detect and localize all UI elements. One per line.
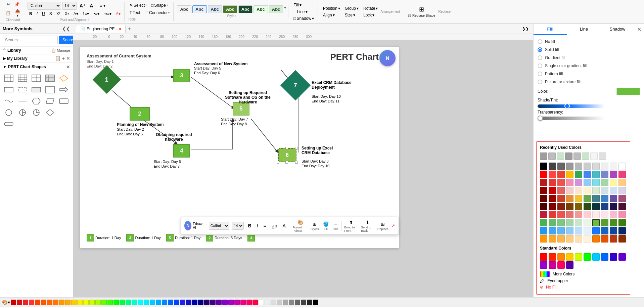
bottom-color-32[interactable] [198,300,203,305]
color-green2[interactable] [540,219,547,226]
bottom-color-medium-light-gray[interactable] [283,300,288,305]
color-light-red[interactable] [557,179,565,186]
shape-table3[interactable] [30,73,42,83]
std-color-14[interactable] [566,261,573,269]
size-btn[interactable]: Size ▾ [343,12,360,18]
bottom-color-39[interactable] [240,300,246,305]
shape-rounded-rect[interactable] [3,119,15,129]
bottom-color-22[interactable] [138,300,143,305]
float-underline-btn[interactable]: a̲b [270,222,279,229]
strikethrough-btn[interactable]: S [48,11,54,17]
shade-slider[interactable] [538,104,605,108]
text-btn[interactable]: TText [128,10,142,16]
shadow-btn[interactable]: □Shadow ▾ [292,15,316,21]
bottom-color-2[interactable] [17,300,22,305]
style-abc-3[interactable]: Abc [208,5,222,13]
color-light-rose[interactable] [601,211,608,218]
indent-btn[interactable]: ⇥≡▾ [102,11,113,17]
color-red-light2[interactable] [557,211,565,218]
std-color-4[interactable] [566,253,573,261]
color-orange3[interactable] [549,235,556,243]
bottom-color-31[interactable] [192,300,197,305]
bottom-color-23[interactable] [144,300,149,305]
color-peach[interactable] [618,179,626,186]
manage-btn[interactable]: 📋 Manage [51,48,70,53]
float-font-select[interactable]: Calibri [209,222,230,230]
align-arr-btn[interactable]: Align ▾ [321,12,342,18]
fill-option-single-gradient[interactable]: Single color gradient fill [538,63,640,68]
color-dark-red4[interactable] [549,195,556,202]
color-rose[interactable] [610,211,617,218]
color-brown2[interactable] [618,235,626,243]
node-4[interactable]: 4 [173,144,190,158]
bottom-color-34[interactable] [210,300,216,305]
color-dark-orange[interactable] [557,203,565,210]
float-italic-btn[interactable]: I [256,222,260,229]
color-dark-blue2[interactable] [601,227,608,234]
color-salmon[interactable] [557,187,565,194]
color-very-light-gray[interactable] [592,163,600,170]
color-green1[interactable] [575,171,582,178]
float-bold-btn[interactable]: B [246,222,252,229]
color-purple[interactable] [610,171,617,178]
connector-btn[interactable]: ⌒Connector▾ [143,9,171,16]
solid-fill-radio[interactable] [538,47,542,52]
styles-more-btn[interactable]: ▾ [284,5,286,13]
color-burnt-orange[interactable] [610,235,617,243]
shape-rect2[interactable] [16,85,29,95]
bottom-color-36[interactable] [222,300,228,305]
single-gradient-radio[interactable] [538,63,542,68]
color-pale-pink[interactable] [584,211,591,218]
float-expand-icon[interactable]: ⤢ [391,223,395,228]
color-gold[interactable] [575,195,582,202]
bottom-color-17[interactable] [107,300,113,305]
color-light-blue[interactable] [584,179,591,186]
color-preview[interactable] [616,88,640,95]
edraw-ai-badge[interactable]: N [379,50,396,66]
color-blue4[interactable] [557,227,565,234]
shape-wavy[interactable] [3,96,15,106]
my-library-close-btn[interactable]: ✕ [66,56,70,61]
bottom-color-18[interactable] [113,300,119,305]
no-fill-radio[interactable] [538,39,542,44]
color-dark-orange3[interactable] [601,235,608,243]
bottom-color-8[interactable] [53,300,58,305]
std-color-12[interactable] [549,261,556,269]
style-abc-5[interactable]: Abc [238,5,253,13]
std-color-3[interactable] [557,253,565,261]
node-2[interactable]: 2 [130,107,150,121]
fill-option-pattern[interactable]: Pattern fill [538,72,640,76]
bottom-color-29[interactable] [180,300,185,305]
color-dark-red3[interactable] [549,187,556,194]
std-color-1[interactable] [540,253,547,261]
color-brown[interactable] [566,203,573,210]
std-color-10[interactable] [618,253,626,261]
line-tab[interactable]: Line [567,24,601,35]
bottom-color-16[interactable] [101,300,107,305]
color-dark-gray1[interactable] [549,163,556,170]
bottom-color-26[interactable] [162,300,167,305]
color-dark-teal[interactable] [592,203,600,210]
color-dark-blue3[interactable] [610,227,617,234]
underline-btn[interactable]: U [40,11,47,17]
color-blue3[interactable] [549,227,556,234]
superscript-btn[interactable]: X² [55,11,62,17]
bottom-color-medium-gray[interactable] [289,300,294,305]
color-selected-green[interactable] [592,219,600,226]
group-btn[interactable]: Group ▾ [343,5,360,11]
recent-color-1[interactable] [540,152,547,160]
pattern-fill-radio[interactable] [538,72,542,76]
node-7[interactable]: 7 [285,75,306,96]
shape-pie[interactable] [30,107,42,118]
shape-hexagon[interactable] [30,96,42,106]
color-orange6[interactable] [575,235,582,243]
color-ice[interactable] [601,187,608,194]
italic-btn[interactable]: I [35,11,39,17]
shape-parallelogram[interactable] [44,96,56,106]
color-blue6[interactable] [575,227,582,234]
bottom-color-very-light-gray[interactable] [271,300,276,305]
style-abc-1[interactable]: Abc [177,5,191,13]
color-teal[interactable] [592,195,600,202]
color-light-pink2[interactable] [618,211,626,218]
shape-half-circle[interactable] [16,107,29,118]
